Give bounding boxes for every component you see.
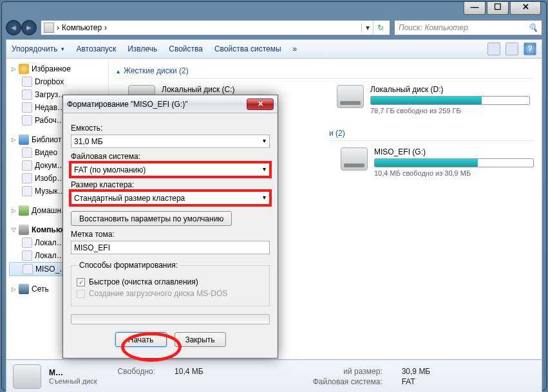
documents-icon [22,160,32,171]
toolbar-organize[interactable]: Упорядочить [12,44,64,53]
nav-back-button[interactable]: ◄ [6,20,21,35]
toolbar-sys-properties[interactable]: Свойства системы [214,44,281,53]
cluster-label: Размер кластера: [71,180,270,189]
music-icon [22,186,32,196]
toolbar-properties[interactable]: Свойства [169,44,203,53]
quick-format-label: Быстрое (очистка оглавления) [89,277,198,286]
dialog-close-button[interactable]: ✕ [247,98,274,110]
desktop-icon [22,115,32,126]
status-bar: M… Съемный диск Свободно: 10,4 МБ ий раз… [6,360,542,392]
search-placeholder: Поиск: Компьютер [399,23,468,32]
computer-icon [44,23,54,33]
sidebar-favorites[interactable]: ▷Избранное [6,62,108,75]
maximize-button[interactable]: ☐ [487,2,509,15]
drive-d[interactable]: Локальный диск (D:) 78,7 ГБ свободно из … [337,85,530,115]
drive-capacity-bar [374,158,534,167]
removable-drive-icon [341,147,368,171]
close-button[interactable]: Закрыть [175,332,226,347]
status-free-label: Свободно: [118,367,156,376]
address-bar[interactable]: › Компьютер › ▾ ↻ [41,20,390,35]
drive-icon [22,238,32,248]
msdos-boot-label: Создание загрузочного диска MS-DOS [89,289,227,298]
dialog-titlebar[interactable]: Форматирование "MISO_EFI (G:)" ✕ [63,95,278,113]
drive-capacity-bar [370,96,530,105]
help-icon[interactable]: ? [524,42,536,55]
drive-name: MISO_EFI (G:) [374,147,534,156]
cluster-select[interactable]: Стандартный размер кластера [71,191,270,205]
drive-name: Локальный диск (C:) [162,85,321,94]
address-dropdown[interactable]: ▾ [361,23,373,32]
sidebar-item-dropbox[interactable]: Dropbox [6,75,108,88]
drive-icon [22,250,32,261]
window-close-button[interactable]: ✕ [510,2,541,15]
drive-icon [23,264,33,274]
filesystem-label: Файловая система: [71,152,270,161]
drive-freespace: 78,7 ГБ свободно из 259 ГБ [370,107,530,115]
quick-format-checkbox[interactable]: ✓ [77,278,85,286]
view-options-icon[interactable] [487,42,500,55]
volume-label-input[interactable] [71,241,270,254]
network-icon [19,284,29,294]
video-icon [22,147,32,158]
dialog-title: Форматирование "MISO_EFI (G:)" [67,100,247,109]
status-fs-value: FAT [402,377,431,386]
breadcrumb-computer[interactable]: Компьютер [62,23,102,32]
toolbar: Упорядочить Автозапуск Извлечь Свойства … [6,39,542,59]
homegroup-icon [19,205,29,216]
search-input[interactable]: Поиск: Компьютер 🔍 [394,20,542,35]
breadcrumb-sep: › [57,23,59,32]
preview-pane-icon[interactable] [505,42,518,55]
status-drive-icon [13,364,41,389]
recent-icon [22,102,32,113]
drive-g[interactable]: MISO_EFI (G:) 10,4 МБ свободно из 30,9 М… [341,147,534,177]
toolbar-autoplay[interactable]: Автозапуск [76,44,116,53]
section-removable[interactable]: и (2) [329,126,534,141]
status-size-label: ий размер: [313,367,383,376]
volume-label-label: Метка тома: [71,230,270,239]
status-type: Съемный диск [49,377,97,385]
libraries-icon [19,135,29,145]
pictures-icon [22,173,32,183]
capacity-label: Емкость: [71,124,270,133]
toolbar-eject[interactable]: Извлечь [128,44,157,53]
titlebar-buttons: — ☐ ✕ [462,2,541,15]
navigation-row: ◄ ► › Компьютер › ▾ ↻ Поиск: Компьютер 🔍 [6,20,542,35]
status-name: M… [49,368,63,377]
section-hard-disks[interactable]: ▴Жесткие диски (2) [117,64,534,79]
refresh-button[interactable]: ↻ [373,21,387,35]
msdos-boot-checkbox [77,290,85,298]
format-options-legend: Способы форматирования: [77,261,180,270]
computer-icon [19,225,29,235]
minimize-button[interactable]: — [464,2,486,15]
format-dialog: Форматирование "MISO_EFI (G:)" ✕ Емкость… [62,95,278,359]
search-icon: 🔍 [528,23,538,32]
status-fs-label: Файловая система: [313,377,383,386]
format-progress-bar [71,314,270,324]
capacity-select[interactable]: 31,0 МБ [71,135,270,148]
nav-forward-button[interactable]: ► [21,20,37,35]
star-icon [19,64,29,74]
status-size-value: 30,9 МБ [402,367,431,376]
filesystem-select[interactable]: FAT (по умолчанию) [71,163,270,176]
folder-icon [22,89,32,100]
status-free-value: 10,4 МБ [175,367,203,376]
drive-name: Локальный диск (D:) [370,85,530,94]
restore-defaults-button[interactable]: Восстановить параметры по умолчанию [71,211,232,226]
hard-drive-icon [337,85,364,108]
format-options-fieldset: Способы форматирования: ✓ Быстрое (очист… [71,261,270,306]
breadcrumb-sep: › [104,23,107,32]
drive-freespace: 10,4 МБ свободно из 30,9 МБ [374,169,534,177]
start-button[interactable]: Начать [115,332,167,347]
dropbox-icon [22,77,32,87]
